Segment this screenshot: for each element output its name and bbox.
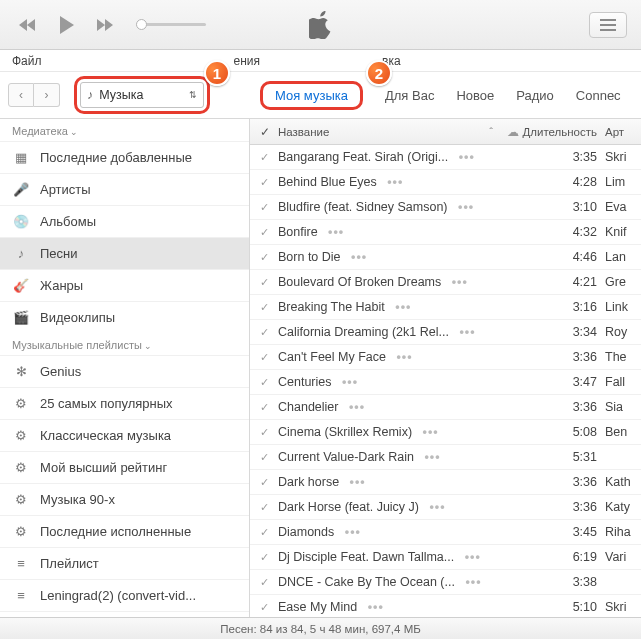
more-icon[interactable]: ••• <box>391 300 412 314</box>
more-icon[interactable]: ••• <box>340 525 361 539</box>
sidebar-section-playlists[interactable]: Музыкальные плейлисты⌄ <box>0 333 249 355</box>
sidebar-item[interactable]: ≡Lumpics <box>0 611 249 617</box>
gear-icon: ⚙ <box>12 524 30 539</box>
track-title: Ease My Mind ••• <box>278 600 539 614</box>
more-icon[interactable]: ••• <box>420 450 441 464</box>
column-artist[interactable]: Арт <box>605 126 641 138</box>
sidebar-item[interactable]: ≡Leningrad(2) (convert-vid... <box>0 579 249 611</box>
checkmark-icon: ✓ <box>260 376 278 389</box>
more-icon[interactable]: ••• <box>460 550 481 564</box>
back-button[interactable]: ‹ <box>8 83 34 107</box>
track-title: Born to Die ••• <box>278 250 539 264</box>
track-row[interactable]: ✓Behind Blue Eyes •••4:28Lim <box>250 170 641 195</box>
track-duration: 6:19 <box>539 550 605 564</box>
track-row[interactable]: ✓Diamonds •••3:45Riha <box>250 520 641 545</box>
sort-asc-icon[interactable]: ˆ <box>489 126 493 138</box>
prev-track-button[interactable] <box>10 11 44 39</box>
track-row[interactable]: ✓Bangarang Feat. Sirah (Origi... •••3:35… <box>250 145 641 170</box>
menu-file[interactable]: Файл <box>12 54 42 68</box>
more-icon[interactable]: ••• <box>454 200 475 214</box>
more-icon[interactable]: ••• <box>383 175 404 189</box>
sidebar-item[interactable]: ⚙25 самых популярных <box>0 387 249 419</box>
list-view-button[interactable] <box>589 12 627 38</box>
more-icon[interactable]: ••• <box>324 225 345 239</box>
sidebar-item[interactable]: 💿Альбомы <box>0 205 249 237</box>
cloud-icon[interactable]: ☁ <box>507 125 519 139</box>
track-row[interactable]: ✓Dark Horse (feat. Juicy J) •••3:36Katy <box>250 495 641 520</box>
track-row[interactable]: ✓Bonfire •••4:32Knif <box>250 220 641 245</box>
track-artist: Lim <box>605 175 641 189</box>
tab-radio[interactable]: Радио <box>516 88 554 103</box>
tab-connect[interactable]: Connec <box>576 88 621 103</box>
more-icon[interactable]: ••• <box>447 275 468 289</box>
sidebar-item[interactable]: 🎬Видеоклипы <box>0 301 249 333</box>
sidebar-item[interactable]: ⚙Последние исполненные <box>0 515 249 547</box>
sidebar-item[interactable]: ≡Плейлист <box>0 547 249 579</box>
more-icon[interactable]: ••• <box>363 600 384 614</box>
tab-my-music[interactable]: Моя музыка <box>260 81 363 110</box>
track-list[interactable]: ✓Bangarang Feat. Sirah (Origi... •••3:35… <box>250 145 641 617</box>
sidebar-item[interactable]: ⚙Мой высший рейтинг <box>0 451 249 483</box>
more-icon[interactable]: ••• <box>344 400 365 414</box>
track-duration: 5:31 <box>539 450 605 464</box>
column-duration[interactable]: Длительность <box>519 126 605 138</box>
track-row[interactable]: ✓Boulevard Of Broken Dreams •••4:21Gre <box>250 270 641 295</box>
track-row[interactable]: ✓Current Value-Dark Rain •••5:31 <box>250 445 641 470</box>
library-dropdown[interactable]: ♪ Музыка ⇅ <box>80 82 204 108</box>
track-artist: Gre <box>605 275 641 289</box>
track-row[interactable]: ✓California Dreaming (2k1 Rel... •••3:34… <box>250 320 641 345</box>
column-header[interactable]: ✓ Названиеˆ☁ Длительность Арт <box>250 119 641 145</box>
track-row[interactable]: ✓Born to Die •••4:46Lan <box>250 245 641 270</box>
sidebar-item[interactable]: 🎤Артисты <box>0 173 249 205</box>
more-icon[interactable]: ••• <box>455 325 476 339</box>
track-row[interactable]: ✓Centuries •••3:47Fall <box>250 370 641 395</box>
note-icon: ♪ <box>12 246 30 261</box>
more-icon[interactable]: ••• <box>392 350 413 364</box>
more-icon[interactable]: ••• <box>338 375 359 389</box>
track-title: Chandelier ••• <box>278 400 539 414</box>
column-name[interactable]: Название <box>278 126 329 138</box>
tab-for-you[interactable]: Для Вас <box>385 88 434 103</box>
play-button[interactable] <box>46 11 86 39</box>
track-row[interactable]: ✓Can't Feel My Face •••3:36The <box>250 345 641 370</box>
more-icon[interactable]: ••• <box>345 475 366 489</box>
sidebar-section-library[interactable]: Медиатека⌄ <box>0 119 249 141</box>
track-row[interactable]: ✓DNCE - Cake By The Ocean (... •••3:38 <box>250 570 641 595</box>
sidebar-item[interactable]: ⚙Музыка 90-х <box>0 483 249 515</box>
track-row[interactable]: ✓Cinema (Skrillex Remix) •••5:08Ben <box>250 420 641 445</box>
track-artist: Kath <box>605 475 641 489</box>
checkmark-column: ✓ <box>260 125 278 139</box>
tab-new[interactable]: Новое <box>456 88 494 103</box>
track-title: Dark horse ••• <box>278 475 539 489</box>
menu-item[interactable]: ения <box>234 54 261 68</box>
menubar: Файл ения вка <box>0 50 641 72</box>
track-row[interactable]: ✓Dark horse •••3:36Kath <box>250 470 641 495</box>
guitar-icon: 🎸 <box>12 278 30 293</box>
track-row[interactable]: ✓Breaking The Habit •••3:16Link <box>250 295 641 320</box>
track-artist: Eva <box>605 200 641 214</box>
sidebar-item[interactable]: ✻Genius <box>0 355 249 387</box>
more-icon[interactable]: ••• <box>454 150 475 164</box>
sidebar-item[interactable]: ♪Песни <box>0 237 249 269</box>
more-icon[interactable]: ••• <box>418 425 439 439</box>
track-duration: 4:28 <box>539 175 605 189</box>
more-icon[interactable]: ••• <box>425 500 446 514</box>
sidebar-item-label: 25 самых популярных <box>40 396 173 411</box>
track-artist: Roy <box>605 325 641 339</box>
track-row[interactable]: ✓Ease My Mind •••5:10Skri <box>250 595 641 617</box>
more-icon[interactable]: ••• <box>347 250 368 264</box>
track-artist: Link <box>605 300 641 314</box>
track-row[interactable]: ✓Bludfire (feat. Sidney Samson) •••3:10E… <box>250 195 641 220</box>
more-icon[interactable]: ••• <box>461 575 482 589</box>
track-duration: 3:36 <box>539 500 605 514</box>
sidebar-item[interactable]: 🎸Жанры <box>0 269 249 301</box>
forward-button[interactable]: › <box>34 83 60 107</box>
sidebar-item[interactable]: ⚙Классическая музыка <box>0 419 249 451</box>
sidebar-item-label: Leningrad(2) (convert-vid... <box>40 588 196 603</box>
volume-slider[interactable] <box>136 23 206 26</box>
sidebar-item[interactable]: ▦Последние добавленные <box>0 141 249 173</box>
chevron-updown-icon: ⇅ <box>189 90 197 100</box>
track-row[interactable]: ✓Dj Disciple Feat. Dawn Tallma... •••6:1… <box>250 545 641 570</box>
next-track-button[interactable] <box>88 11 122 39</box>
track-row[interactable]: ✓Chandelier •••3:36Sia <box>250 395 641 420</box>
